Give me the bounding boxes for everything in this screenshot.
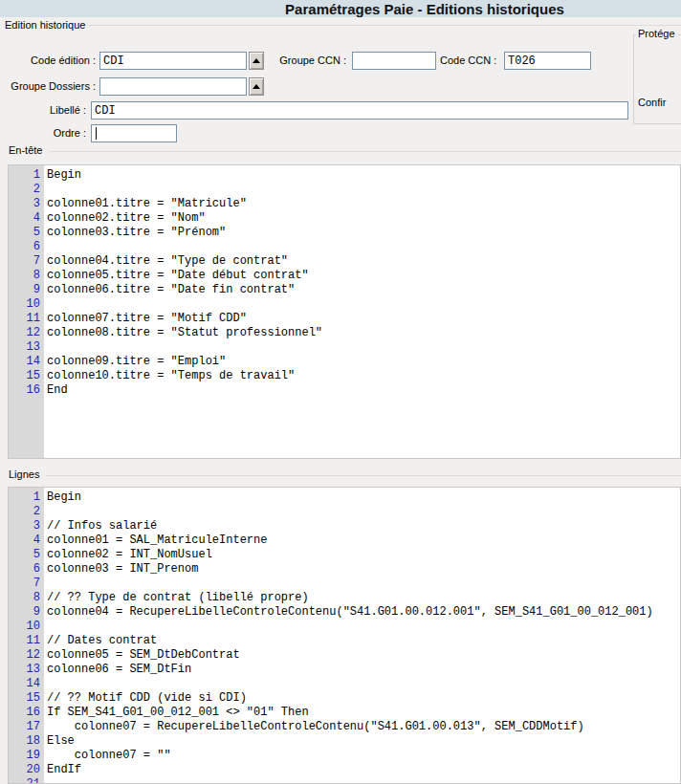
code-line: 12colonne08.titre = "Statut professionne…: [9, 326, 680, 340]
code-line: 6colonne03 = INT_Prenom: [9, 562, 680, 577]
code-text: colonne09.titre = "Emploi": [47, 355, 226, 369]
lignes-group-label: Lignes: [6, 468, 42, 480]
code-line: 2: [9, 183, 680, 197]
code-line: 7colonne04.titre = "Type de contrat": [9, 254, 680, 269]
entete-group-line: [50, 151, 681, 152]
code-body: 1Begin23colonne01.titre = "Matricule"4co…: [9, 165, 680, 398]
line-number: 15: [9, 369, 44, 383]
line-number: 18: [9, 734, 44, 749]
groupe-dossiers-spin-button[interactable]: [249, 77, 264, 96]
app-window: Paramétrages Paie - Editions historiques…: [0, 0, 681, 784]
line-number: 5: [9, 548, 44, 562]
code-text: colonne02.titre = "Nom": [47, 211, 206, 226]
lignes-code-editor[interactable]: 1Begin23// Infos salarié4colonne01 = SAL…: [8, 487, 681, 784]
line-number: 14: [9, 677, 44, 691]
line-number: 8: [9, 591, 44, 605]
code-line: 11// Dates contrat: [9, 634, 680, 648]
code-line: 3// Infos salarié: [9, 519, 680, 534]
code-line: 1Begin: [9, 490, 680, 505]
line-number: 15: [9, 691, 44, 706]
code-text: colonne03 = INT_Prenom: [47, 562, 198, 577]
line-number: 4: [9, 211, 44, 226]
code-text: colonne07 = RecupereLibelleControleConte…: [47, 720, 584, 734]
code-line: 5colonne02 = INT_NomUsuel: [9, 548, 680, 562]
line-number: 10: [9, 297, 44, 312]
code-line: 3colonne01.titre = "Matricule": [9, 197, 680, 211]
lignes-group-line: [46, 475, 681, 476]
code-text: colonne05 = SEM_DtDebContrat: [47, 648, 240, 663]
line-number: 20: [9, 763, 44, 777]
page-title: Paramétrages Paie - Editions historiques: [285, 1, 564, 17]
code-body: 1Begin23// Infos salarié4colonne01 = SAL…: [9, 488, 680, 784]
libelle-input[interactable]: [91, 101, 628, 120]
line-number: 3: [9, 519, 44, 534]
line-number: 7: [9, 577, 44, 591]
confirm-button[interactable]: Confir: [638, 97, 666, 108]
title-bar: Paramétrages Paie - Editions historiques: [0, 0, 681, 17]
line-number: 16: [9, 383, 44, 398]
entete-code-editor[interactable]: 1Begin23colonne01.titre = "Matricule"4co…: [8, 164, 681, 459]
line-number: 1: [9, 168, 44, 183]
protege-panel: Protége Confir: [633, 34, 681, 124]
code-line: 14: [9, 677, 680, 691]
code-text: colonne10.titre = "Temps de travail": [47, 369, 295, 383]
line-number: 6: [9, 562, 44, 577]
code-text: colonne03.titre = "Prénom": [47, 226, 226, 240]
code-line: 10: [9, 620, 680, 634]
code-text: EndIf: [47, 763, 81, 777]
code-line: 4colonne01 = SAL_MatriculeInterne: [9, 534, 680, 548]
entete-group-label: En-tête: [6, 144, 45, 156]
code-ccn-input[interactable]: [504, 52, 591, 70]
line-number: 7: [9, 254, 44, 269]
groupe-ccn-label: Groupe CCN :: [275, 52, 346, 70]
line-number: 11: [9, 312, 44, 326]
code-line: 5colonne03.titre = "Prénom": [9, 226, 680, 240]
code-text: colonne04.titre = "Type de contrat": [47, 254, 288, 269]
line-number: 11: [9, 634, 44, 648]
code-line: 10: [9, 297, 680, 312]
code-ccn-label: Code CCN :: [440, 52, 495, 70]
code-line: 1Begin: [9, 168, 680, 183]
groupe-dossiers-input[interactable]: [99, 77, 247, 96]
code-line: 13colonne06 = SEM_DtFin: [9, 663, 680, 677]
line-number: 12: [9, 648, 44, 663]
code-line: 9colonne04 = RecupereLibelleControleCont…: [9, 605, 680, 620]
code-text: // Infos salarié: [47, 519, 157, 534]
code-line: 15// ?? Motif CDD (vide si CDI): [9, 691, 680, 706]
code-text: colonne01.titre = "Matricule": [47, 197, 247, 211]
ordre-input[interactable]: [91, 124, 177, 142]
code-text: // ?? Type de contrat (libellé propre): [47, 591, 309, 605]
line-number: 9: [9, 283, 44, 297]
line-number: 2: [9, 183, 44, 197]
groupe-dossiers-label: Groupe Dossiers :: [0, 77, 96, 96]
code-line: 20EndIf: [9, 763, 680, 777]
groupe-ccn-input[interactable]: [352, 52, 436, 70]
code-line: 16If SEM_S41_G01_00_012_001 <> "01" Then: [9, 706, 680, 720]
line-number: 6: [9, 240, 44, 254]
code-text: Begin: [47, 490, 81, 505]
edition-historique-group-label: Edition historique: [2, 19, 88, 31]
line-number: 10: [9, 620, 44, 634]
code-text: colonne07 = "": [47, 749, 171, 763]
code-line: 9colonne06.titre = "Date fin contrat": [9, 283, 680, 297]
code-line: 7: [9, 577, 680, 591]
code-edition-input[interactable]: [99, 52, 247, 70]
line-number: 4: [9, 534, 44, 548]
code-edition-spin-button[interactable]: [249, 52, 264, 70]
line-number: 2: [9, 505, 44, 519]
line-number: 13: [9, 663, 44, 677]
code-line: 6: [9, 240, 680, 254]
code-text: End: [47, 383, 68, 398]
line-number: 14: [9, 355, 44, 369]
code-text: colonne04 = RecupereLibelleControleConte…: [47, 605, 653, 620]
line-number: 8: [9, 269, 44, 283]
code-text: colonne06.titre = "Date fin contrat": [47, 283, 295, 297]
code-line: 4colonne02.titre = "Nom": [9, 211, 680, 226]
code-text: Begin: [47, 168, 81, 183]
code-line: 15colonne10.titre = "Temps de travail": [9, 369, 680, 383]
code-line: 18Else: [9, 734, 680, 749]
protege-panel-label: Protége: [636, 28, 677, 39]
text-cursor: [96, 127, 97, 140]
code-text: colonne07.titre = "Motif CDD": [47, 312, 247, 326]
code-line: 21: [9, 777, 680, 784]
